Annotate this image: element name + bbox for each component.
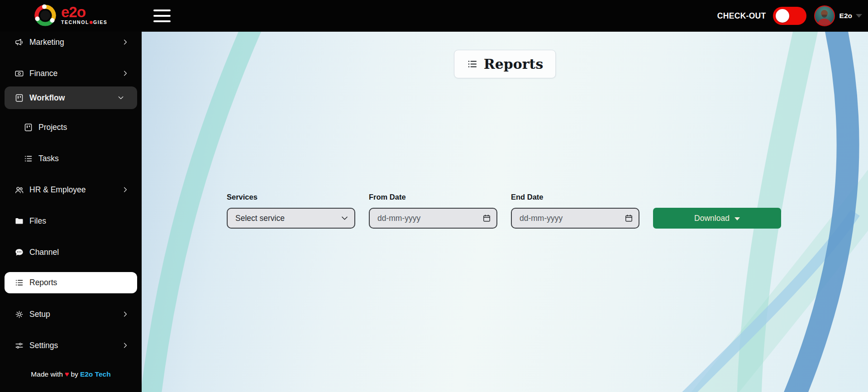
sidebar-item-settings[interactable]: Settings	[0, 335, 142, 356]
sliders-icon	[14, 341, 24, 350]
list-icon	[14, 278, 24, 287]
user-menu[interactable]: E2o	[814, 5, 862, 26]
end-date-filter: End Date	[511, 193, 639, 229]
services-select[interactable]: Select service	[227, 208, 355, 229]
chevron-right-icon	[122, 70, 129, 77]
services-label: Services	[227, 193, 355, 201]
download-button[interactable]: Download	[653, 208, 781, 229]
sidebar-item-projects[interactable]: Projects	[0, 117, 142, 138]
hamburger-menu-button[interactable]	[153, 10, 171, 22]
logo-dot-icon	[90, 21, 93, 24]
people-icon	[14, 185, 24, 195]
chevron-right-icon	[122, 342, 129, 349]
megaphone-icon	[14, 38, 24, 47]
brand-logo[interactable]: e2o TECHNOL GIES	[33, 4, 107, 27]
sidebar-item-reports[interactable]: Reports	[5, 272, 137, 293]
end-date-label: End Date	[511, 193, 639, 201]
sidebar-item-label: Setup	[29, 310, 122, 319]
avatar-photo-icon	[815, 6, 834, 25]
sidebar-item-label: Tasks	[38, 154, 142, 163]
sidebar-item-channel[interactable]: Channel	[0, 242, 142, 263]
list-icon	[467, 58, 478, 70]
chevron-right-icon	[122, 311, 129, 318]
sidebar-item-label: Reports	[29, 278, 137, 287]
from-date-label: From Date	[369, 193, 497, 201]
sidebar-item-hr-employee[interactable]: HR & Employee	[0, 179, 142, 200]
avatar	[814, 5, 835, 26]
checkout-label: CHECK-OUT	[717, 11, 766, 21]
sidebar-item-label: Marketing	[29, 38, 122, 47]
caret-down-icon	[734, 217, 740, 220]
brand-tagline: TECHNOL GIES	[61, 20, 107, 25]
filters-row: Services Select service From Date	[227, 193, 781, 229]
sidebar-item-marketing[interactable]: Marketing	[0, 32, 142, 53]
folder-icon	[14, 216, 24, 226]
toggle-knob	[776, 9, 789, 23]
from-date-input[interactable]	[369, 208, 497, 229]
sidebar-footer: Made with♥byE2o Tech	[0, 370, 142, 378]
topbar-right-cluster: CHECK-OUT E2o	[717, 0, 862, 32]
brand-text: e2o TECHNOL GIES	[61, 6, 107, 25]
cash-icon	[14, 69, 24, 78]
sidebar-item-workflow[interactable]: Workflow	[5, 86, 137, 109]
sidebar-item-tasks[interactable]: Tasks	[0, 148, 142, 169]
sidebar-item-label: HR & Employee	[29, 185, 122, 195]
list-icon	[24, 154, 33, 163]
sidebar-item-label: Channel	[29, 248, 142, 257]
download-column: Download	[653, 193, 781, 229]
brand-name: e2o	[61, 6, 107, 19]
chevron-down-icon	[856, 14, 862, 18]
sidebar-item-label: Files	[29, 216, 142, 226]
chat-icon	[14, 248, 24, 257]
services-filter: Services Select service	[227, 193, 355, 229]
chevron-right-icon	[122, 38, 129, 46]
sidebar-item-label: Settings	[29, 341, 122, 350]
sidebar-item-finance[interactable]: Finance	[0, 63, 142, 84]
chevron-right-icon	[122, 186, 129, 193]
gear-icon	[14, 310, 24, 319]
logo-mark-icon	[33, 4, 57, 27]
end-date-input[interactable]	[511, 208, 639, 229]
kanban-icon	[24, 123, 33, 132]
main-content: Reports Services Select service From Dat…	[142, 32, 868, 392]
kanban-icon	[14, 93, 24, 103]
checkout-toggle[interactable]	[773, 7, 806, 25]
sidebar-item-files[interactable]: Files	[0, 210, 142, 231]
from-date-filter: From Date	[369, 193, 497, 229]
app-window: e2o TECHNOL GIES CHECK-OUT	[0, 0, 868, 392]
footer-brand-link[interactable]: E2o Tech	[78, 370, 111, 378]
sidebar-item-label: Workflow	[29, 93, 117, 103]
user-name: E2o	[839, 12, 852, 20]
page-title: Reports	[484, 56, 544, 72]
sidebar-item-setup[interactable]: Setup	[0, 304, 142, 325]
sidebar-item-label: Projects	[38, 123, 142, 132]
sidebar: Marketing Finance Workflow Proje	[0, 32, 142, 392]
topbar: e2o TECHNOL GIES CHECK-OUT	[0, 0, 868, 32]
chevron-down-icon	[117, 94, 124, 101]
page-title-card: Reports	[454, 50, 556, 78]
sidebar-item-label: Finance	[29, 69, 122, 78]
heart-icon: ♥	[63, 370, 71, 378]
